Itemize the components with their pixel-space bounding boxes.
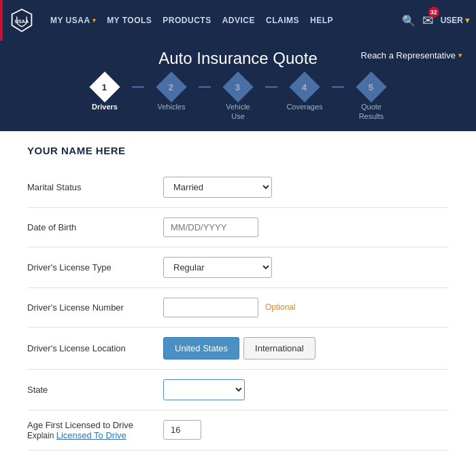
dob-row: Date of Birth (27, 208, 449, 247)
step-1[interactable]: 1 Drivers (78, 76, 132, 111)
licensed-to-drive-link[interactable]: Licensed To Drive (56, 430, 126, 440)
state-select[interactable]: Alabama Alaska Arizona California Texas (163, 379, 245, 400)
license-number-input[interactable] (163, 298, 258, 317)
search-icon[interactable]: 🔍 (402, 14, 415, 27)
state-control: Alabama Alaska Arizona California Texas (163, 379, 449, 400)
license-location-row: Driver's License Location United States … (27, 328, 449, 370)
step-5-diamond: 5 (356, 71, 386, 102)
nav-products[interactable]: PRODUCTS (158, 16, 215, 25)
nav-claims[interactable]: CLAIMS (262, 16, 303, 25)
license-location-us-button[interactable]: United States (163, 337, 239, 359)
user-menu[interactable]: USER ▾ (441, 16, 469, 25)
step-connector-4 (332, 86, 344, 88)
step-1-label: Drivers (92, 102, 118, 111)
mail-button[interactable]: ✉ 32 (422, 12, 434, 29)
license-type-row: Driver's License Type Regular Commercial… (27, 247, 449, 288)
marital-status-label: Marital Status (27, 182, 163, 192)
step-5[interactable]: 5 QuoteResults (344, 76, 398, 122)
license-number-label: Driver's License Number (27, 302, 163, 313)
marital-status-select[interactable]: Married Single Divorced Widowed (163, 177, 272, 198)
dob-control (163, 217, 449, 237)
step-3-label: VehicleUse (226, 102, 250, 122)
form-area: YOUR NAME HERE Marital Status Married Si… (0, 131, 476, 456)
form-name-heading: YOUR NAME HERE (27, 145, 449, 156)
marital-status-control: Married Single Divorced Widowed (163, 177, 449, 198)
nav-my-tools[interactable]: MY TOOLS (103, 16, 156, 25)
nav-right: 🔍 ✉ 32 USER ▾ (402, 12, 469, 29)
age-licensed-input[interactable]: 16 (163, 420, 201, 440)
step-1-diamond: 1 (89, 71, 120, 102)
step-connector-1 (132, 86, 144, 88)
name-on-license-row: Name exactly as it appearson driver's li… (27, 451, 449, 456)
state-label: State (27, 385, 163, 395)
dob-label: Date of Birth (27, 222, 163, 232)
usaa-logo[interactable]: USAA (10, 8, 34, 33)
nav-links: MY USAA ▾ MY TOOLS PRODUCTS ADVICE CLAIM… (46, 16, 402, 25)
mail-badge: 32 (428, 7, 439, 18)
step-connector-2 (199, 86, 211, 88)
page-title: Auto Insurance Quote (158, 49, 317, 68)
step-5-label: QuoteResults (359, 102, 384, 122)
nav-bar: USAA MY USAA ▾ MY TOOLS PRODUCTS ADVICE … (0, 0, 476, 41)
license-number-optional: Optional (265, 302, 296, 312)
license-type-select[interactable]: Regular Commercial Other (163, 257, 272, 278)
step-3[interactable]: 3 VehicleUse (211, 76, 265, 122)
user-chevron-icon: ▾ (465, 16, 469, 25)
step-4-label: Coverages (286, 102, 322, 111)
header-banner: Auto Insurance Quote Reach a Representat… (0, 41, 476, 131)
nav-advice[interactable]: ADVICE (218, 16, 259, 25)
age-licensed-row: Age First Licensed to Drive Explain Lice… (27, 410, 449, 451)
license-location-control: United States International (163, 337, 449, 359)
age-licensed-label: Age First Licensed to Drive Explain Lice… (27, 420, 163, 440)
nav-help[interactable]: HELP (306, 16, 337, 25)
reach-rep-chevron-icon: ▾ (458, 51, 462, 60)
license-location-label: Driver's License Location (27, 343, 163, 353)
step-2-diamond: 2 (156, 71, 186, 102)
license-type-label: Driver's License Type (27, 262, 163, 273)
dob-input[interactable] (163, 217, 258, 237)
state-row: State Alabama Alaska Arizona California … (27, 370, 449, 410)
license-location-intl-button[interactable]: International (243, 337, 316, 359)
license-number-control: Optional (163, 298, 449, 317)
step-2[interactable]: 2 Vehicles (144, 76, 199, 111)
reach-rep-button[interactable]: Reach a Representative ▾ (361, 50, 462, 60)
license-number-row: Driver's License Number Optional (27, 288, 449, 328)
age-licensed-control: 16 (163, 420, 449, 440)
nav-my-usaa[interactable]: MY USAA ▾ (46, 16, 100, 25)
step-3-diamond: 3 (222, 71, 253, 102)
step-4-diamond: 4 (289, 71, 320, 102)
marital-status-row: Marital Status Married Single Divorced W… (27, 167, 449, 208)
step-4[interactable]: 4 Coverages (277, 76, 332, 111)
chevron-down-icon: ▾ (92, 17, 97, 24)
step-connector-3 (265, 86, 277, 88)
steps-row: 1 Drivers 2 Vehicles 3 VehicleUse 4 Cove… (78, 76, 398, 131)
step-2-label: Vehicles (158, 102, 186, 111)
license-type-control: Regular Commercial Other (163, 257, 449, 278)
